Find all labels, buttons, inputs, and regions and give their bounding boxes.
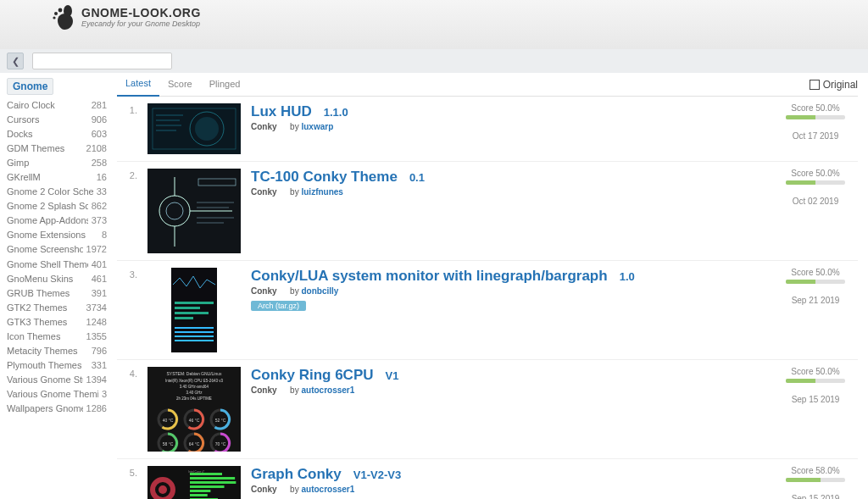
- sidebar-item[interactable]: GRUB Themes391: [7, 286, 107, 301]
- sidebar-item-count: 1972: [83, 242, 107, 257]
- sidebar-item[interactable]: Gnome Shell Themes401: [7, 258, 107, 272]
- back-button[interactable]: ❮: [7, 53, 24, 69]
- svg-point-1: [58, 8, 63, 13]
- svg-text:3.40 GHz: 3.40 GHz: [186, 391, 203, 395]
- item-thumbnail[interactable]: Intel Core i7: [147, 466, 241, 499]
- sort-tabs: Latest Score Plinged Original: [117, 73, 858, 97]
- svg-rect-24: [175, 302, 214, 304]
- by-label: by: [286, 385, 302, 395]
- sidebar-item[interactable]: Cairo Clock281: [7, 98, 107, 113]
- item-title[interactable]: TC-100 Conky Theme: [251, 169, 398, 186]
- score-bar: [786, 478, 845, 482]
- item-score: Score 50.0%: [773, 103, 858, 113]
- sidebar-item-label: Gnome 2 Splash Screens: [7, 199, 88, 213]
- sidebar-item[interactable]: Metacity Themes796: [7, 344, 107, 358]
- tab-score[interactable]: Score: [159, 74, 201, 96]
- by-label: by: [286, 122, 302, 131]
- sidebar-item-count: 603: [88, 127, 107, 141]
- sidebar-item[interactable]: GnoMenu Skins461: [7, 272, 107, 286]
- category-sidebar: Gnome Cairo Clock281Cursors906Docks603GD…: [0, 73, 107, 499]
- svg-point-52: [159, 485, 167, 494]
- sidebar-item[interactable]: GTK2 Themes3734: [7, 301, 107, 315]
- original-label: Original: [823, 79, 858, 91]
- item-score: Score 50.0%: [773, 367, 858, 376]
- item-thumbnail[interactable]: [147, 268, 241, 352]
- svg-point-6: [195, 117, 219, 141]
- svg-rect-26: [175, 312, 209, 314]
- search-input[interactable]: [32, 53, 172, 69]
- tab-latest[interactable]: Latest: [117, 73, 159, 97]
- sidebar-item-count: 401: [88, 258, 107, 272]
- svg-rect-4: [147, 103, 241, 154]
- original-toggle[interactable]: Original: [810, 79, 858, 91]
- by-label: by: [286, 485, 302, 494]
- sidebar-item-label: Various Gnome Theming: [7, 387, 98, 402]
- item-author[interactable]: donbcilly: [301, 286, 338, 296]
- item-author[interactable]: autocrosser1: [301, 485, 354, 494]
- product-item: 2.TC-100 Conky Theme0.1Conky by luizfnun…: [117, 162, 858, 261]
- svg-rect-54: [190, 473, 222, 475]
- item-author[interactable]: luizfnunes: [301, 187, 342, 197]
- item-category[interactable]: Conky: [251, 385, 277, 395]
- item-number: 2.: [117, 169, 137, 253]
- sidebar-item[interactable]: Gnome 2 Color Schemes33: [7, 185, 107, 199]
- svg-rect-57: [190, 485, 225, 488]
- sidebar-item[interactable]: Wallpapers Gnome1286: [7, 402, 107, 416]
- sidebar-item-count: 3: [98, 387, 107, 402]
- item-thumbnail[interactable]: [147, 169, 241, 253]
- sidebar-item[interactable]: Gnome 2 Splash Screens862: [7, 199, 107, 213]
- sidebar-item[interactable]: GKrellM16: [7, 170, 107, 185]
- sidebar-item-count: 1248: [83, 315, 107, 330]
- sidebar-item-count: 391: [88, 286, 107, 301]
- sidebar-item-count: 862: [88, 199, 107, 213]
- sidebar-item[interactable]: Gnome Screenshots1972: [7, 242, 107, 257]
- svg-rect-25: [175, 307, 200, 309]
- item-title[interactable]: Graph Conky: [251, 466, 342, 483]
- item-title[interactable]: Conky Ring 6CPU: [251, 367, 374, 384]
- sidebar-item[interactable]: Plymouth Themes331: [7, 358, 107, 373]
- sidebar-item-count: 3734: [83, 301, 107, 315]
- sidebar-item[interactable]: Gimp258: [7, 156, 107, 170]
- svg-rect-30: [175, 335, 214, 337]
- sidebar-item-count: 281: [88, 98, 107, 113]
- item-category[interactable]: Conky: [251, 122, 277, 131]
- svg-text:46 °C: 46 °C: [189, 418, 200, 423]
- item-title[interactable]: Conky/LUA system monitor with linegraph/…: [251, 268, 608, 285]
- sidebar-item[interactable]: Various Gnome Stuff1394: [7, 373, 107, 387]
- item-date: Oct 02 2019: [773, 197, 858, 206]
- sidebar-item-count: 373: [88, 213, 107, 228]
- sidebar-item-label: Plymouth Themes: [7, 358, 81, 373]
- sidebar-item-count: 1355: [83, 330, 107, 344]
- sidebar-item[interactable]: Gnome App-Addons373: [7, 213, 107, 228]
- sidebar-item-count: 258: [88, 156, 107, 170]
- svg-text:64 °C: 64 °C: [189, 441, 200, 446]
- sidebar-item-label: Gimp: [7, 156, 29, 170]
- tab-plinged[interactable]: Plinged: [201, 74, 249, 96]
- product-item: 3.Conky/LUA system monitor with linegrap…: [117, 261, 858, 360]
- item-category[interactable]: Conky: [251, 485, 277, 494]
- item-category[interactable]: Conky: [251, 187, 277, 197]
- item-title[interactable]: Lux HUD: [251, 103, 312, 120]
- item-author[interactable]: autocrosser1: [301, 385, 354, 395]
- item-thumbnail[interactable]: SYSTEM: Debian GNU/LinuxIntel(R) Xeon(R)…: [147, 367, 241, 452]
- sidebar-item[interactable]: GDM Themes2108: [7, 141, 107, 156]
- sidebar-item-label: GKrellM: [7, 170, 41, 185]
- item-thumbnail[interactable]: [147, 103, 241, 154]
- item-author[interactable]: luxwarp: [301, 122, 333, 131]
- item-category[interactable]: Conky: [251, 286, 277, 296]
- item-number: 1.: [117, 103, 137, 154]
- sidebar-item-count: 2108: [83, 141, 107, 156]
- item-number: 5.: [117, 466, 137, 499]
- sidebar-item[interactable]: Docks603: [7, 127, 107, 141]
- sidebar-item[interactable]: Cursors906: [7, 113, 107, 127]
- sidebar-item[interactable]: Gnome Extensions8: [7, 228, 107, 242]
- sidebar-item-label: Metacity Themes: [7, 344, 78, 358]
- by-label: by: [286, 286, 302, 296]
- sidebar-item[interactable]: GTK3 Themes1248: [7, 315, 107, 330]
- product-item: 1.Lux HUD1.1.0Conky by luxwarpScore 50.0…: [117, 97, 858, 162]
- sidebar-item-count: 906: [88, 113, 107, 127]
- sidebar-item[interactable]: Icon Themes1355: [7, 330, 107, 344]
- sidebar-item[interactable]: Various Gnome Theming3: [7, 387, 107, 402]
- sidebar-heading[interactable]: Gnome: [7, 78, 53, 95]
- item-number: 3.: [117, 268, 137, 352]
